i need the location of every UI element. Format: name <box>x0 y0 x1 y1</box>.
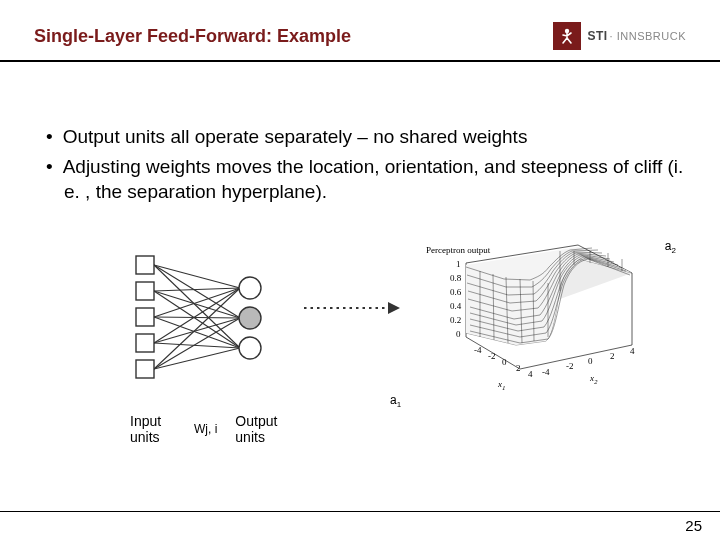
svg-point-23 <box>239 337 261 359</box>
ytick: 0 <box>588 356 593 366</box>
brand-text: STI· INNSBRUCK <box>587 29 686 43</box>
a2-label: a2 <box>665 239 676 255</box>
ztick: 0 <box>456 329 461 339</box>
xtick: 2 <box>516 363 521 373</box>
svg-line-15 <box>154 348 240 369</box>
xaxis-label: x1 <box>497 379 506 392</box>
svg-line-2 <box>154 265 240 318</box>
svg-rect-20 <box>136 360 154 378</box>
weight-label: Wj, i <box>194 422 217 436</box>
svg-rect-17 <box>136 282 154 300</box>
svg-line-28 <box>520 345 632 369</box>
surface-plot: Perceptron output 1 0.8 0.6 0.4 0.2 0 <box>420 241 670 405</box>
ztick: 0.6 <box>450 287 462 297</box>
svg-marker-25 <box>388 302 400 314</box>
xtick: -4 <box>474 345 482 355</box>
svg-line-10 <box>154 288 240 343</box>
brand-main: STI <box>587 29 607 43</box>
svg-line-5 <box>154 291 240 318</box>
header-divider <box>0 60 720 62</box>
xtick: 4 <box>528 369 533 379</box>
svg-rect-18 <box>136 308 154 326</box>
xtick: 0 <box>502 357 507 367</box>
svg-line-3 <box>154 265 240 348</box>
svg-line-7 <box>154 288 240 317</box>
svg-line-4 <box>154 288 240 291</box>
svg-point-22 <box>239 307 261 329</box>
brand-logo: STI· INNSBRUCK <box>553 22 686 50</box>
bullet-item: Adjusting weights moves the location, or… <box>46 154 686 205</box>
ztick: 0.2 <box>450 315 461 325</box>
svg-line-8 <box>154 317 240 318</box>
ytick: 2 <box>610 351 615 361</box>
bullet-item: Output units all operate separately – no… <box>46 124 686 150</box>
ytick: -2 <box>566 361 574 371</box>
svg-line-1 <box>154 265 240 288</box>
nn-caption: Input units Wj, i Output units <box>34 413 686 445</box>
xtick: -2 <box>488 351 496 361</box>
dotted-arrow-icon <box>302 298 402 318</box>
sti-logo-icon <box>553 22 581 50</box>
bullet-list: Output units all operate separately – no… <box>34 124 686 205</box>
yaxis-label: x2 <box>589 373 598 386</box>
output-units-label: Output units <box>235 413 287 445</box>
page-number: 25 <box>685 517 702 534</box>
ytick: 4 <box>630 346 635 356</box>
svg-rect-16 <box>136 256 154 274</box>
ztick: 0.8 <box>450 273 462 283</box>
page-title: Single-Layer Feed-Forward: Example <box>34 26 351 47</box>
ztick: 1 <box>456 259 461 269</box>
footer-divider <box>0 511 720 512</box>
svg-point-21 <box>239 277 261 299</box>
ytick: -4 <box>542 367 550 377</box>
brand-sub: · INNSBRUCK <box>610 30 686 42</box>
input-units-label: Input units <box>130 413 176 445</box>
a1-label: a1 <box>390 393 401 409</box>
ztick: 0.4 <box>450 301 462 311</box>
svg-rect-19 <box>136 334 154 352</box>
plot-zlabel: Perceptron output <box>426 245 491 255</box>
nn-diagram <box>122 248 292 398</box>
